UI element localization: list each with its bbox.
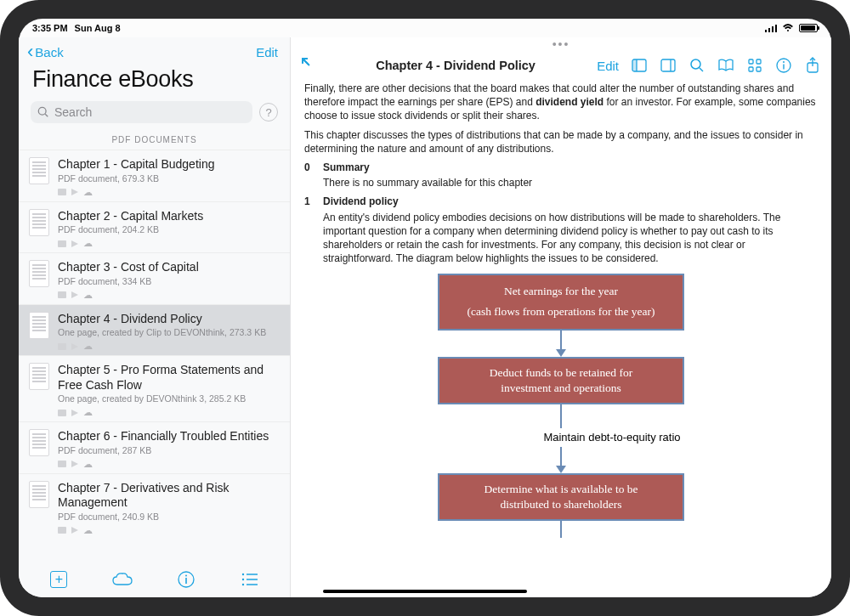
content-header: Chapter 4 - Dividend Policy Edit — [291, 51, 831, 80]
svg-rect-26 — [749, 67, 753, 71]
home-indicator[interactable] — [323, 590, 527, 593]
list-item[interactable]: Chapter 1 - Capital BudgetingPDF documen… — [19, 150, 290, 201]
info-tool-icon[interactable] — [775, 57, 792, 74]
search-placeholder: Search — [54, 105, 92, 119]
list-view-button[interactable] — [239, 568, 261, 591]
svg-line-5 — [45, 114, 48, 116]
flow-label: Maintain debt-to-equity ratio — [543, 430, 680, 445]
svg-point-10 — [241, 579, 243, 580]
sidebar-toolbar: + — [19, 562, 290, 597]
list-item[interactable]: Chapter 4 - Dividend PolicyOne page, cre… — [19, 304, 290, 356]
document-body[interactable]: Finally, there are other decisions that … — [291, 80, 831, 597]
list-item[interactable]: Chapter 5 - Pro Forma Statements and Fre… — [19, 355, 290, 421]
item-subtitle: PDF document, 287 KB — [58, 445, 280, 455]
sidebar-edit-button[interactable]: Edit — [256, 45, 278, 59]
document-list: Chapter 1 - Capital BudgetingPDF documen… — [19, 150, 290, 562]
item-subtitle: PDF document, 204.2 KB — [58, 224, 280, 235]
item-title: Chapter 4 - Dividend Policy — [58, 312, 280, 327]
svg-point-4 — [38, 107, 46, 115]
arrow-down-icon — [560, 521, 562, 538]
cellular-icon — [765, 24, 777, 32]
section-heading: 0Summary — [304, 161, 818, 174]
share-icon[interactable] — [804, 57, 821, 74]
paragraph: Finally, there are other decisions that … — [304, 82, 818, 123]
item-title: Chapter 6 - Financially Troubled Entitie… — [58, 429, 280, 444]
svg-point-7 — [185, 575, 187, 577]
column-right-icon[interactable] — [660, 57, 677, 74]
search-icon — [37, 106, 49, 118]
svg-line-22 — [700, 68, 703, 71]
screen: 3:35 PM Sun Aug 8 ‹ Back — [19, 19, 831, 597]
svg-rect-0 — [765, 30, 767, 32]
tag-row: ☁ — [58, 459, 280, 470]
status-date: Sun Aug 8 — [75, 23, 121, 33]
item-title: Chapter 2 - Capital Markets — [58, 209, 280, 224]
search-tool-icon[interactable] — [688, 57, 706, 74]
drag-handle-icon[interactable]: ••• — [291, 37, 831, 51]
section-heading: 1Dividend policy — [304, 195, 818, 208]
tag-row: ☁ — [58, 407, 280, 418]
tag-row: ☁ — [58, 187, 280, 198]
status-time: 3:35 PM — [32, 23, 68, 33]
item-title: Chapter 5 - Pro Forma Statements and Fre… — [58, 363, 280, 393]
section-header: PDF DOCUMENTS — [19, 132, 290, 150]
grid-icon[interactable] — [746, 57, 763, 74]
item-subtitle: One page, created by DEVONthink 3, 285.2… — [58, 393, 280, 404]
svg-rect-8 — [185, 578, 187, 584]
info-button[interactable] — [175, 568, 197, 591]
item-subtitle: PDF document, 679.3 KB — [58, 173, 280, 184]
arrow-down-icon — [556, 447, 566, 473]
svg-rect-30 — [783, 65, 784, 70]
flowchart: Net earnings for the year (cash flows fr… — [304, 274, 818, 538]
list-item[interactable]: Chapter 7 - Derivatives and Risk Managem… — [19, 473, 290, 540]
back-button[interactable]: ‹ Back — [27, 42, 64, 61]
tag-row: ☁ — [58, 238, 280, 249]
tag-row: ☁ — [58, 290, 280, 301]
list-item[interactable]: Chapter 6 - Financially Troubled Entitie… — [19, 421, 290, 473]
book-icon[interactable] — [717, 57, 734, 74]
tag-row: ☁ — [58, 341, 280, 352]
wifi-icon — [782, 24, 794, 32]
item-title: Chapter 3 - Cost of Capital — [58, 260, 280, 275]
status-bar: 3:35 PM Sun Aug 8 — [19, 19, 831, 37]
chevron-left-icon: ‹ — [27, 42, 33, 61]
svg-rect-3 — [775, 25, 777, 32]
arrow-down-icon — [560, 404, 562, 428]
expand-icon[interactable] — [301, 57, 314, 74]
svg-rect-1 — [768, 28, 770, 32]
sidebar-title: Finance eBooks — [19, 65, 290, 101]
thumbnail-icon — [29, 209, 49, 236]
sidebar: ‹ Back Edit Finance eBooks Search ? PDF … — [19, 37, 291, 597]
svg-rect-17 — [632, 59, 637, 71]
list-item[interactable]: Chapter 2 - Capital MarketsPDF document,… — [19, 201, 290, 253]
item-title: Chapter 7 - Derivatives and Risk Managem… — [58, 481, 280, 511]
svg-point-29 — [783, 61, 785, 63]
list-item[interactable]: Chapter 3 - Cost of CapitalPDF document,… — [19, 252, 290, 304]
thumbnail-icon — [29, 363, 49, 390]
item-subtitle: PDF document, 334 KB — [58, 276, 280, 286]
item-subtitle: One page, created by Clip to DEVONthink,… — [58, 327, 280, 337]
svg-rect-27 — [756, 67, 761, 71]
help-button[interactable]: ? — [259, 103, 278, 122]
cloud-button[interactable] — [111, 568, 133, 591]
document-title: Chapter 4 - Dividend Policy — [376, 59, 536, 72]
thumbnail-icon — [29, 157, 49, 184]
item-title: Chapter 1 - Capital Budgeting — [58, 157, 280, 172]
content-edit-button[interactable]: Edit — [597, 59, 619, 73]
flow-box: Determine what is available to be distri… — [438, 473, 684, 521]
tag-row: ☁ — [58, 525, 280, 536]
svg-rect-19 — [661, 59, 675, 71]
svg-rect-2 — [772, 26, 774, 32]
column-left-icon[interactable] — [631, 57, 648, 74]
battery-icon — [799, 24, 818, 32]
paragraph: This chapter discusses the types of dist… — [304, 128, 818, 155]
svg-point-21 — [691, 59, 700, 69]
svg-point-11 — [241, 584, 243, 585]
svg-point-9 — [241, 574, 243, 575]
item-subtitle: PDF document, 240.9 KB — [58, 511, 280, 522]
thumbnail-icon — [29, 312, 49, 339]
search-input[interactable]: Search — [31, 101, 252, 123]
arrow-down-icon — [556, 331, 566, 357]
add-button[interactable]: + — [48, 568, 70, 591]
thumbnail-icon — [29, 260, 49, 287]
